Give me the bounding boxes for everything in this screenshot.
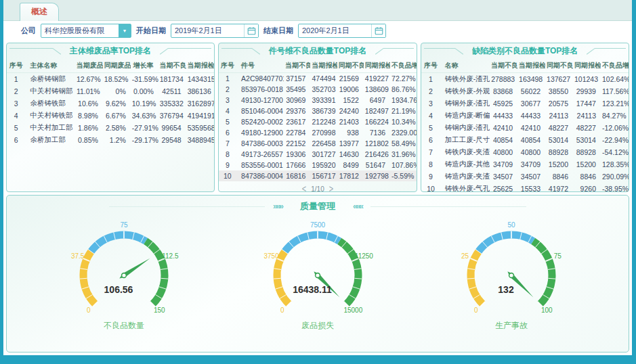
gauge-axis-label: 100 xyxy=(541,306,553,314)
next-page-icon[interactable]: > xyxy=(329,183,333,191)
table-row[interactable]: 8铸造内废-其他34709347091520015200128.35% xyxy=(421,158,629,170)
table-cell: 21.19% xyxy=(390,106,417,116)
table-subject-scrap-rate: 序号主体名称当期废品率同期废品率增长率当期不良品数当期报检数1余桥铸钢部12.6… xyxy=(7,58,214,191)
company-select[interactable]: 科华控股股份有限 ▼ xyxy=(41,24,131,38)
gauge-arc xyxy=(533,241,552,304)
table-cell: 40800 xyxy=(490,146,517,158)
table-row[interactable]: 1铸铁外废-渣孔278883163498137627101243102.64% xyxy=(421,73,629,86)
table-cell: -27.91% xyxy=(131,122,158,134)
table-row[interactable]: 1A2C98407701371574744942156941922772.27% xyxy=(219,73,417,85)
table-row[interactable]: 6加工工废-尺寸超差40854408545301453014-22.94% xyxy=(421,134,629,146)
table-cell: 铸铁外废-渣孔 xyxy=(440,73,490,86)
gauge-value: 16438.11 xyxy=(293,284,332,295)
table-row[interactable]: 7847386-0003221522264581397712180258.49% xyxy=(219,138,417,149)
column-header: 不良品增长率 xyxy=(390,58,417,73)
chevron-down-icon[interactable]: ▼ xyxy=(119,24,131,37)
tab-overview[interactable]: 概述 xyxy=(20,3,59,21)
gauge-axis-label: 75 xyxy=(120,221,128,229)
gauge-arc xyxy=(146,241,165,304)
table-row[interactable]: 4铸造内废-断偏芯4443344433241132411384.27% xyxy=(421,110,629,122)
table-cell: 5 xyxy=(219,116,236,127)
column-header: 序号 xyxy=(421,58,440,73)
table-cell: 中关村铸钢部 xyxy=(26,85,75,97)
table-row[interactable]: 4中关村铸铁部8.98%6.67%34.63%3767944194191 xyxy=(7,110,214,122)
table-row[interactable]: 5中关村加工部1.86%2.58%-27.91%996545359568 xyxy=(7,122,214,134)
chevrons-right-icon: »»» xyxy=(273,202,282,211)
gauge-axis-label: 75 xyxy=(554,252,562,260)
table-cell: 121802 xyxy=(364,138,390,149)
card-partno-defects: 件号维不良品数量TOP排名 序号件号当期不良品数当期报检数同期不良品数同期报检数… xyxy=(218,43,418,192)
table-cell: 4 xyxy=(421,110,440,122)
calendar-icon[interactable] xyxy=(244,24,258,37)
table-cell: 128.35% xyxy=(601,158,629,170)
prev-page-icon[interactable]: < xyxy=(302,183,306,191)
table-cell: 6 xyxy=(7,134,26,146)
table-cell: 30677 xyxy=(517,97,545,110)
table-cell: 123.21% xyxy=(601,97,629,110)
table-cell: 7 xyxy=(219,138,236,149)
tab-bar: 概述 xyxy=(3,0,632,21)
table-row[interactable]: 2铸铁外废-外观缺陷83868560223855029939117.56% xyxy=(421,85,629,97)
table-row[interactable]: 1余桥铸钢部12.67%18.52%-31.59%1817341434315 xyxy=(7,73,214,86)
table-row[interactable]: 10847386-00041681615671717812192798-5.59… xyxy=(219,170,417,181)
table-row[interactable]: 5铸钢内废-渣孔42410424104822748227-12.06% xyxy=(421,122,629,134)
top-cards-row: 主体维废品率TOP排名 序号主体名称当期废品率同期废品率增长率当期不良品数当期报… xyxy=(3,41,632,194)
table-cell: 5 xyxy=(7,122,26,134)
table-cell: 48227 xyxy=(545,122,573,134)
gauge-chart: 0255075100132 xyxy=(444,216,579,321)
table-cell: 铸钢内废-渣孔 xyxy=(440,122,490,134)
table-cell: 0.85% xyxy=(75,134,103,146)
table-row[interactable]: 2中关村铸钢部11.01%0%0.00%42511386136 xyxy=(7,85,214,97)
table-cell: 21403 xyxy=(337,116,364,127)
table-cell: 2 xyxy=(7,85,26,97)
table-row[interactable]: 7铸铁内废-夹渣砂40800408008892888928-54.12% xyxy=(421,146,629,158)
start-date-input[interactable]: 2019年2月1日 xyxy=(171,24,259,38)
table-cell: 156717 xyxy=(310,170,337,181)
calendar-icon[interactable] xyxy=(371,24,385,37)
gauge-value: 132 xyxy=(498,284,514,295)
table-cell: 15200 xyxy=(545,158,573,170)
gauges-row: 037.575112.5150106.56 不良品数量 037507500112… xyxy=(7,214,629,352)
table-row[interactable]: 9853556-000117666195920849951647107.86% xyxy=(219,160,417,170)
table-cell: 386136 xyxy=(186,85,214,97)
table-cell: 10 xyxy=(219,170,236,181)
card-title: 件号维不良品数量TOP排名 xyxy=(262,43,373,57)
table-row[interactable]: 349130-1270030969393391152264971934.76% xyxy=(219,95,417,106)
table-row[interactable]: 849173-26557193063017271463021642631.96% xyxy=(219,149,417,160)
table-cell: 余桥铸铁部 xyxy=(26,97,75,110)
column-header: 同期不良品数 xyxy=(337,58,364,73)
table-row[interactable]: 10铸铁外废-气孔2562515533419729260-38.95% xyxy=(421,183,629,191)
data-table: 序号件号当期不良品数当期报检数同期不良品数同期报检数不良品增长率1A2C9840… xyxy=(219,58,417,181)
table-cell: 40800 xyxy=(517,146,545,158)
gauge-axis-label: 11250 xyxy=(355,252,374,260)
gauge-axis-label: 0 xyxy=(87,306,91,314)
table-row[interactable]: 4851046-0004293763867392424018249721.19% xyxy=(219,106,417,116)
table-cell: 42511 xyxy=(158,85,186,97)
table-row[interactable]: 2853976-0018354953527031900613860986.76% xyxy=(219,84,417,95)
table-row[interactable]: 649180-129002278427099893871362329.00% xyxy=(219,127,417,138)
table-row[interactable]: 3余桥铸铁部10.6%9.62%10.19%3353323162897 xyxy=(7,97,214,110)
table-cell: 15200 xyxy=(573,158,601,170)
column-header: 当期报检数 xyxy=(517,58,545,73)
end-date-input[interactable]: 2020年2月1日 xyxy=(298,24,386,38)
table-row[interactable]: 6余桥加工部0.85%1.2%-29.17%295483488945 xyxy=(7,134,214,146)
gauge-svg: 037.575112.5150106.56 xyxy=(56,216,192,319)
card-defect-category: 缺陷类别不良品数量TOP排名 序号名称当期不良品数当期报检数同期不良品数同期报检… xyxy=(421,43,629,192)
table-cell: 352703 xyxy=(310,84,337,95)
table-cell: 34709 xyxy=(490,158,517,170)
column-header: 增长率 xyxy=(131,58,158,73)
table-cell: 419227 xyxy=(364,73,390,85)
table-row[interactable]: 9铸造内废-夹渣砂345073450788468846290.09% xyxy=(421,170,629,183)
table-cell: 7136 xyxy=(364,127,390,138)
gauge-svg: 0255075100132 xyxy=(444,216,579,319)
table-cell: 1.86% xyxy=(75,122,103,134)
table-row[interactable]: 3铸钢外废-渣孔45925306772057517447123.21% xyxy=(421,97,629,110)
start-date-value: 2019年2月1日 xyxy=(171,24,244,37)
table-cell: 166224 xyxy=(364,116,390,127)
table-cell: 34.63% xyxy=(131,110,158,122)
dashboard-page: 概述 公司 科华控股股份有限 ▼ 开始日期 2019年2月1日 结束日期 202… xyxy=(0,0,636,364)
table-cell: 88928 xyxy=(573,146,601,158)
table-row[interactable]: 5852420-0002236172122482140316622410.34% xyxy=(219,116,417,127)
table-cell: 2 xyxy=(421,85,440,97)
table-cell: 8 xyxy=(421,158,440,170)
